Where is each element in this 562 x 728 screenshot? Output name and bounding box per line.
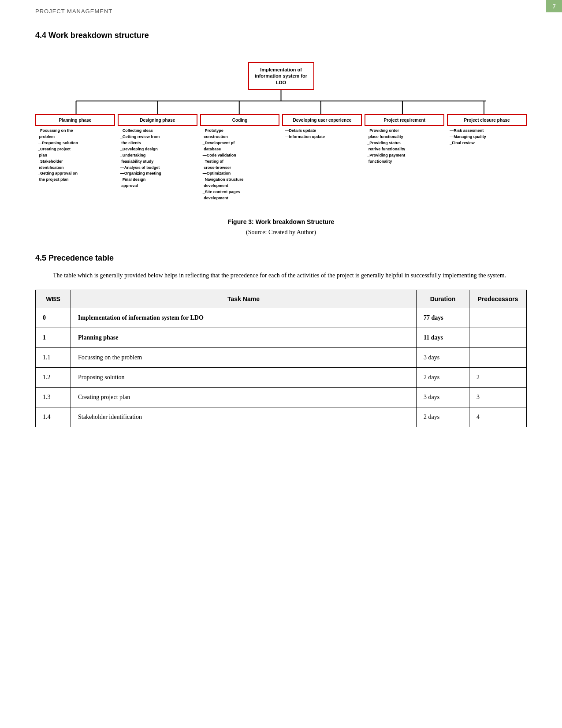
phase-designing-items: _Collecting ideas _Getting review from t… [118, 128, 197, 189]
wbs-root-node: Implementation ofinformation system forL… [248, 62, 314, 90]
phase-planning-items: _Focussing on the problem —Proposing sol… [35, 128, 115, 183]
table-row: 1.2 Proposing solution 2 days 2 [36, 368, 527, 388]
table-row: 0 Implementation of information system f… [36, 308, 527, 328]
cell-pred-11 [469, 348, 527, 368]
cell-task-12: Proposing solution [71, 368, 417, 388]
cell-wbs-11: 1.1 [36, 348, 71, 368]
wbs-root-connector [35, 90, 527, 114]
cell-task-13: Creating project plan [71, 388, 417, 407]
wbs-phases-row: Planning phase _Focussing on the problem… [35, 114, 527, 202]
phase-requirement: Project requirement _Providing order pla… [365, 114, 444, 202]
cell-task-14: Stakeholder identification [71, 407, 417, 427]
phase-designing: Designing phase _Collecting ideas _Getti… [118, 114, 197, 202]
page-header: PROJECT MANAGEMENT [35, 8, 112, 15]
phase-developing: Developing user experience —Details upda… [282, 114, 362, 202]
wbs-diagram: Implementation ofinformation system forL… [35, 53, 527, 210]
cell-wbs-0: 0 [36, 308, 71, 328]
table-row: 1.1 Focussing on the problem 3 days [36, 348, 527, 368]
table-row: 1 Planning phase 11 days [36, 328, 527, 348]
phase-developing-items: —Details update —Information update [282, 128, 362, 140]
phase-requirement-box: Project requirement [365, 114, 444, 126]
cell-wbs-12: 1.2 [36, 368, 71, 388]
cell-wbs-1: 1 [36, 328, 71, 348]
cell-pred-14: 4 [469, 407, 527, 427]
cell-duration-14: 2 days [417, 407, 469, 427]
cell-task-1: Planning phase [71, 328, 417, 348]
col-header-duration: Duration [417, 290, 469, 308]
cell-task-0: Implementation of information system for… [71, 308, 417, 328]
phase-closure: Project closure phase —Risk assesment —M… [447, 114, 527, 202]
phase-coding-items: _Prototype construction _Development pf … [200, 128, 280, 202]
section-45-heading: 4.5 Precedence table [35, 254, 527, 263]
cell-duration-12: 2 days [417, 368, 469, 388]
page-number: 7 [546, 0, 562, 12]
phase-designing-box: Designing phase [118, 114, 197, 126]
section-45-para1: The table which is generally provided be… [35, 270, 527, 281]
cell-wbs-13: 1.3 [36, 388, 71, 407]
cell-duration-13: 3 days [417, 388, 469, 407]
cell-wbs-14: 1.4 [36, 407, 71, 427]
figure-source: (Source: Created by Author) [35, 229, 527, 236]
figure-caption: Figure 3: Work breakdown Structure [35, 218, 527, 225]
precedence-table: WBS Task Name Duration Predecessors 0 Im… [35, 290, 527, 427]
cell-pred-12: 2 [469, 368, 527, 388]
phase-requirement-items: _Providing order place functionality _Pr… [365, 128, 444, 165]
cell-duration-0: 77 days [417, 308, 469, 328]
col-header-task: Task Name [71, 290, 417, 308]
cell-pred-13: 3 [469, 388, 527, 407]
section-44-heading: 4.4 Work breakdown structure [35, 31, 527, 40]
table-row: 1.4 Stakeholder identification 2 days 4 [36, 407, 527, 427]
cell-pred-1 [469, 328, 527, 348]
phase-coding-box: Coding [200, 114, 280, 126]
phase-closure-items: —Risk assesment —Managing quality _Final… [447, 128, 527, 146]
phase-planning: Planning phase _Focussing on the problem… [35, 114, 115, 202]
cell-duration-1: 11 days [417, 328, 469, 348]
col-header-predecessors: Predecessors [469, 290, 527, 308]
col-header-wbs: WBS [36, 290, 71, 308]
cell-task-11: Focussing on the problem [71, 348, 417, 368]
cell-duration-11: 3 days [417, 348, 469, 368]
cell-pred-0 [469, 308, 527, 328]
table-row: 1.3 Creating project plan 3 days 3 [36, 388, 527, 407]
phase-coding: Coding _Prototype construction _Developm… [200, 114, 280, 202]
phase-planning-box: Planning phase [35, 114, 115, 126]
phase-developing-box: Developing user experience [282, 114, 362, 126]
phase-closure-box: Project closure phase [447, 114, 527, 126]
